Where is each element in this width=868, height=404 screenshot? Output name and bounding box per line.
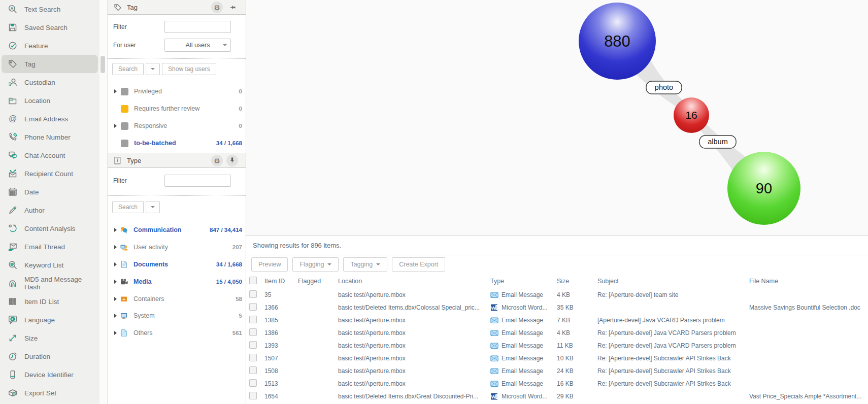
flagging-button[interactable]: Flagging xyxy=(292,257,339,272)
author-icon xyxy=(8,205,18,215)
tag-search-options-button[interactable] xyxy=(146,63,160,75)
column-header-type[interactable]: Type xyxy=(490,278,557,285)
show-tag-users-button[interactable]: Show tag users xyxy=(162,63,216,75)
row-checkbox[interactable] xyxy=(249,366,257,374)
sidebar-item-device-identifier[interactable]: Device Identifier xyxy=(2,365,98,384)
tag-row-to-be-batched[interactable]: to-be-batched 34 / 1,668 xyxy=(108,134,246,152)
sidebar-item-location[interactable]: Location xyxy=(2,91,98,110)
column-header-subject[interactable]: Subject xyxy=(597,278,749,285)
type-row-media[interactable]: Media 15 / 4,050 xyxy=(108,273,246,290)
sidebar-item-feature[interactable]: Feature xyxy=(2,37,98,55)
row-checkbox[interactable] xyxy=(249,328,257,336)
sidebar-item-author[interactable]: Author xyxy=(2,201,98,219)
tag-panel-settings-button[interactable]: ⚙ xyxy=(211,2,223,13)
table-row[interactable]: 1513 basic test/Aperture.mbox W Email Me… xyxy=(246,377,868,390)
tag-search-button[interactable]: Search xyxy=(112,63,144,75)
cell-type: W Microsoft Word... xyxy=(490,392,557,400)
sidebar-item-content-analysis[interactable]: Content Analysis xyxy=(2,219,98,238)
type-row-containers[interactable]: Containers 58 xyxy=(108,290,246,308)
table-row[interactable]: 1386 basic test/Aperture.mbox W Email Me… xyxy=(246,326,868,339)
column-header-file-name[interactable]: File Name xyxy=(749,278,868,285)
for-user-select[interactable]: All users xyxy=(164,39,231,52)
sidebar-item-md5-hash[interactable]: MD5 and Message Hash xyxy=(2,274,98,292)
type-row-others[interactable]: Others 561 xyxy=(108,324,246,342)
table-row[interactable]: 1508 basic test/Aperture.mbox W Email Me… xyxy=(246,364,868,377)
row-checkbox[interactable] xyxy=(249,379,257,387)
sidebar-item-email-address[interactable]: @ Email Address xyxy=(2,110,98,128)
sidebar-item-phone-number[interactable]: Phone Number xyxy=(2,128,98,146)
type-row-user-activity[interactable]: User activity 207 xyxy=(108,239,246,256)
type-row-communication[interactable]: Communication 847 / 34,414 xyxy=(108,221,246,239)
sidebar-item-export-set[interactable]: Export Set xyxy=(2,384,98,402)
row-checkbox[interactable] xyxy=(249,290,257,298)
column-header-item-id[interactable]: Item ID xyxy=(264,278,298,285)
column-header-flagged[interactable]: Flagged xyxy=(298,278,338,285)
sidebar-item-date[interactable]: Date xyxy=(2,183,98,201)
bubble-value: 880 xyxy=(604,32,630,50)
cell-item-id: 1393 xyxy=(264,342,298,349)
create-export-button[interactable]: Create Export xyxy=(392,257,445,272)
sidebar-item-tag[interactable]: Tag xyxy=(2,55,98,73)
sidebar-item-size[interactable]: Size xyxy=(2,329,98,347)
type-search-options-button[interactable] xyxy=(146,201,160,213)
row-checkbox[interactable] xyxy=(249,316,257,323)
expand-arrow-icon[interactable] xyxy=(112,297,119,301)
sidebar-item-custodian[interactable]: Custodian xyxy=(2,73,98,91)
type-panel-divider xyxy=(108,195,246,196)
sidebar-scrollbar-thumb[interactable] xyxy=(101,56,105,73)
table-row[interactable]: 1393 basic test/Aperture.mbox W Email Me… xyxy=(246,339,868,352)
row-checkbox[interactable] xyxy=(249,354,257,361)
tagging-button[interactable]: Tagging xyxy=(343,257,387,272)
tag-row-privileged[interactable]: Privileged 0 xyxy=(108,83,246,100)
column-header-location[interactable]: Location xyxy=(338,278,490,285)
sidebar-item-keyword-list[interactable]: Keyword List xyxy=(2,256,98,274)
documents-icon xyxy=(120,260,128,268)
table-row[interactable]: 1507 basic test/Aperture.mbox W Email Me… xyxy=(246,352,868,364)
tag-row-responsive[interactable]: Responsive 0 xyxy=(108,117,246,134)
table-row[interactable]: 1654 basic test/Deleted Items.dbx/Great … xyxy=(246,390,868,402)
tag-panel-pin-button[interactable] xyxy=(226,2,238,13)
type-search-button[interactable]: Search xyxy=(112,201,144,213)
sidebar-scrollbar xyxy=(99,0,107,404)
type-panel-pin-button[interactable] xyxy=(226,155,238,166)
row-checkbox[interactable] xyxy=(249,303,257,311)
sidebar-item-duration[interactable]: Duration xyxy=(2,347,98,365)
cell-location: basic test/Deleted Items.dbx/Colossal Sp… xyxy=(338,304,490,311)
sidebar-item-label: Email Address xyxy=(24,115,68,123)
cell-type: W Email Message xyxy=(490,342,557,350)
expand-arrow-icon[interactable] xyxy=(112,245,119,249)
sidebar-item-email-thread[interactable]: Email Thread xyxy=(2,238,98,256)
expand-arrow-icon[interactable] xyxy=(112,228,119,232)
row-checkbox[interactable] xyxy=(249,392,257,399)
tag-color-swatch xyxy=(121,88,128,95)
sidebar-item-language[interactable]: Language xyxy=(2,311,98,329)
select-all-checkbox[interactable] xyxy=(249,277,257,284)
table-row[interactable]: 35 basic test/Aperture.mbox W Email Mess… xyxy=(246,288,868,301)
expand-arrow-icon[interactable] xyxy=(112,262,119,266)
row-checkbox[interactable] xyxy=(249,341,257,349)
sidebar-item-item-id-list[interactable]: Item ID List xyxy=(2,292,98,311)
type-panel-icon: i xyxy=(113,156,123,165)
sidebar-item-recipient-count[interactable]: Recipient Count xyxy=(2,164,98,183)
type-panel-settings-button[interactable]: ⚙ xyxy=(211,155,223,166)
sidebar-item-label: Phone Number xyxy=(24,133,71,141)
tag-filter-input[interactable] xyxy=(164,21,231,33)
expand-arrow-icon[interactable] xyxy=(112,89,119,93)
tag-row-requires-further-review[interactable]: Requires further review 0 xyxy=(108,100,246,117)
sidebar-item-saved-search[interactable]: Saved Search xyxy=(2,18,98,37)
preview-button[interactable]: Preview xyxy=(251,257,288,272)
column-header-size[interactable]: Size xyxy=(557,278,597,285)
item-id-list-icon xyxy=(8,296,18,307)
sidebar-item-chat-account[interactable]: Chat Account xyxy=(2,146,98,164)
type-filter-input[interactable] xyxy=(164,175,231,187)
expand-arrow-icon[interactable] xyxy=(112,124,119,128)
type-label: Media xyxy=(133,278,216,285)
table-row[interactable]: 1366 basic test/Deleted Items.dbx/Coloss… xyxy=(246,301,868,314)
expand-arrow-icon[interactable] xyxy=(112,280,119,284)
sidebar-item-text-search[interactable]: A Text Search xyxy=(2,0,98,18)
type-row-system[interactable]: System 5 xyxy=(108,307,246,324)
expand-arrow-icon[interactable] xyxy=(112,331,119,335)
expand-arrow-icon[interactable] xyxy=(112,314,119,318)
type-row-documents[interactable]: Documents 34 / 1,668 xyxy=(108,256,246,273)
table-row[interactable]: 1385 basic test/Aperture.mbox W Email Me… xyxy=(246,314,868,326)
